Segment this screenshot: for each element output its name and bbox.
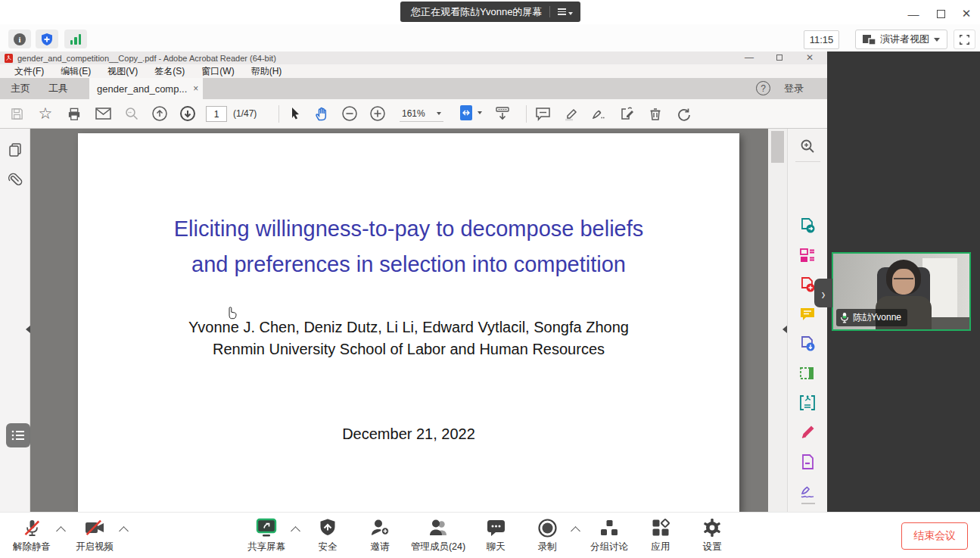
star-icon[interactable]: ☆ [35,104,56,123]
end-meeting-button[interactable]: 结束会议 [901,522,968,550]
acrobat-close-button[interactable]: ✕ [798,51,821,64]
window-minimize-button[interactable]: — [905,6,922,21]
select-tool-icon[interactable] [285,104,306,123]
menu-view[interactable]: 视图(V) [99,65,146,78]
list-icon [11,430,25,441]
settings-button[interactable]: 设置 [680,517,744,553]
chevron-down-icon [437,112,441,115]
unmute-button[interactable]: 解除静音 [0,517,64,553]
search-icon[interactable] [121,104,142,123]
share-screen-button[interactable]: 共享屏幕 [235,517,298,553]
help-button[interactable]: ? [756,81,770,95]
banner-menu-icon[interactable] [558,8,573,15]
menu-file[interactable]: 文件(F) [6,65,52,78]
redact-icon[interactable] [799,454,816,470]
zoom-level-dropdown[interactable]: 161% [400,106,443,122]
participant-video-tile[interactable]: 陈劼Yvonne [832,252,971,331]
menu-edit[interactable]: 编辑(E) [52,65,99,78]
pdf-scrollbar-thumb[interactable] [771,131,784,163]
acrobat-left-rail [0,129,30,512]
organize-pages-icon[interactable] [799,247,816,263]
menu-help[interactable]: 帮助(H) [243,65,291,78]
window-close-button[interactable]: ✕ [958,6,975,21]
refresh-icon[interactable] [673,104,694,123]
print-icon[interactable] [64,104,85,123]
window-maximize-button[interactable] [932,6,949,21]
login-button[interactable]: 登录 [784,82,804,95]
chat-bubble-icon [486,517,506,538]
combine-files-icon[interactable] [799,335,816,352]
floating-list-button[interactable] [6,423,30,447]
acrobat-tools-sidebar [787,129,827,512]
acrobat-minimize-button[interactable]: — [738,51,761,64]
page-down-icon[interactable] [177,104,198,123]
banner-divider [549,6,550,17]
page-number-input[interactable]: 1 [206,106,227,122]
page-up-icon[interactable] [149,104,170,123]
meeting-timer: 11:15 [804,30,839,49]
network-quality-button[interactable] [64,30,87,48]
breakout-rooms-icon [599,517,619,538]
zoom-in-icon[interactable] [367,104,388,123]
view-mode-button[interactable]: 演讲者视图 [855,30,947,49]
email-icon[interactable] [92,104,114,123]
meeting-bottom-bar: 解除静音 开启视频 共享屏幕 安全 邀请 管理成员(24) 聊天 [0,512,980,558]
record-button[interactable]: 录制 [515,517,579,553]
participant-glasses [894,278,913,283]
start-video-button[interactable]: 开启视频 [63,517,126,553]
tab-close-icon[interactable]: × [193,83,198,94]
slide-authors-line: Yvonne J. Chen, Deniz Dutz, Li Li, Edwar… [78,316,739,338]
fill-and-sign-icon[interactable] [799,424,816,441]
sign-icon[interactable] [588,104,609,123]
page-fit-dropdown[interactable] [459,104,482,122]
settings-label: 设置 [703,541,722,553]
menu-window[interactable]: 窗口(W) [193,65,242,78]
toolbar-separator [526,105,527,123]
meeting-titlebar: 您正在观看陈劼Yvonne的屏幕 — ✕ [0,0,980,24]
manage-members-button[interactable]: 管理成员(24) [403,517,473,553]
edit-pdf-icon[interactable] [799,365,816,382]
page-thumbnails-icon[interactable] [8,142,23,157]
sidebar-scroll-hint [801,503,815,504]
comment-tool-icon[interactable] [799,306,816,323]
delete-icon[interactable] [645,104,666,123]
zoom-out-icon[interactable] [339,104,360,123]
acrobat-title-text: gender_and_competition__Copy_.pdf - Adob… [17,54,276,63]
slide-title-line2: and preferences in selection into compet… [78,247,739,282]
create-pdf-icon[interactable] [799,276,816,293]
export-pdf-icon[interactable] [799,217,816,234]
attachments-icon[interactable] [8,171,23,186]
meeting-info-button[interactable]: i [8,30,31,48]
tab-tools[interactable]: 工具 [48,78,68,99]
menu-sign[interactable]: 签名(S) [146,65,193,78]
acrobat-tabbar: 主页 工具 gender_and_comp... × ? 登录 [0,78,827,99]
slide-title-line1: Eliciting willingness-to-pay to decompos… [78,211,739,247]
layout-icon [863,34,876,45]
highlight-icon[interactable] [560,104,581,123]
tab-home[interactable]: 主页 [11,78,30,99]
participant-name: 陈劼Yvonne [853,311,901,324]
meeting-security-button[interactable] [36,30,58,48]
invite-button[interactable]: 邀请 [348,517,412,553]
right-panel-collapse-icon[interactable] [782,326,787,333]
toolbar-separator [278,105,279,123]
apps-label: 应用 [652,541,670,553]
video-panel-toggle[interactable]: › [814,279,832,307]
fullscreen-button[interactable] [954,30,975,49]
compress-pdf-icon[interactable] [799,394,816,411]
hide-toolbar-icon[interactable] [492,104,513,123]
acrobat-menubar: 文件(F) 编辑(E) 视图(V) 签名(S) 窗口(W) 帮助(H) [0,64,827,78]
pdf-page[interactable]: Eliciting willingness-to-pay to decompos… [78,133,739,512]
certificates-icon[interactable] [799,483,816,500]
acrobat-restore-button[interactable] [768,51,791,64]
page-count-label: (1/47) [233,108,257,119]
manage-members-label: 管理成员(24) [411,541,465,553]
search-tools-icon[interactable] [799,138,816,154]
save-icon[interactable] [6,104,27,123]
record-circle-icon [537,517,558,538]
fill-sign-icon[interactable] [617,104,638,123]
pdf-scrollbar[interactable] [768,129,787,512]
tab-document[interactable]: gender_and_comp... × [89,78,203,99]
comment-icon[interactable] [532,104,553,123]
hand-tool-icon[interactable] [311,104,332,123]
